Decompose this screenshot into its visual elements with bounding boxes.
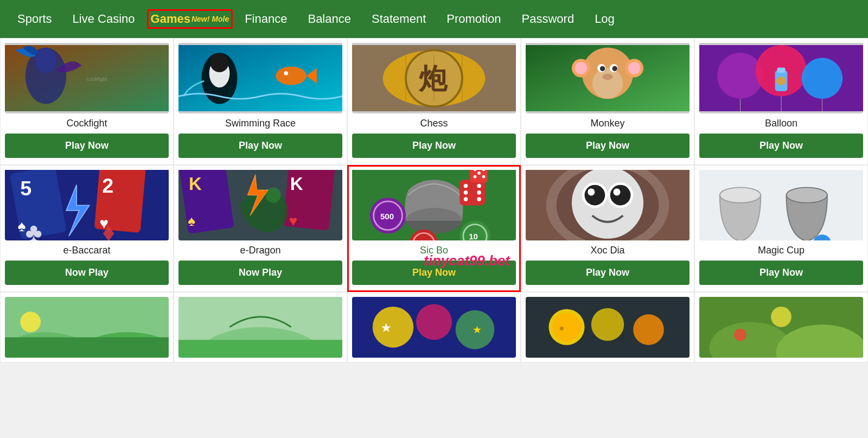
svg-point-90 xyxy=(588,188,595,195)
svg-point-62 xyxy=(477,183,481,188)
svg-point-8 xyxy=(276,66,307,85)
svg-text:2: 2 xyxy=(102,174,113,196)
edragon-play-btn[interactable]: Now Play xyxy=(178,261,342,285)
svg-text:50: 50 xyxy=(418,240,426,240)
svg-point-20 xyxy=(592,68,623,99)
main-content: tinycat99.bet cockfight Cockfight xyxy=(0,38,868,363)
game-card-chess: 炮 Chess Play Now xyxy=(347,38,521,165)
svg-text:★: ★ xyxy=(473,324,482,335)
nav-games-badge: New! Mole xyxy=(192,15,229,23)
svg-point-114 xyxy=(552,313,581,342)
game-card-swimming: Swimming Race Play Now xyxy=(174,38,347,165)
bottom-game-1 xyxy=(0,292,174,363)
top-partial-row: cockfight Cockfight Play Now xyxy=(0,38,868,165)
svg-point-65 xyxy=(464,197,468,201)
svg-point-91 xyxy=(613,188,620,195)
svg-point-89 xyxy=(610,185,631,205)
cockfight-name: Cockfight xyxy=(66,118,107,129)
row2: 5 ♠ 2 ♥ ♣ ♦ e-Baccarat Now Play xyxy=(0,165,868,292)
svg-text:10: 10 xyxy=(469,231,478,240)
swimming-name: Swimming Race xyxy=(225,118,296,129)
cockfight-image: cockfight xyxy=(5,43,169,113)
game-card-edragon: K ♠ K ♥ e-Dragon Now Play xyxy=(174,165,347,292)
svg-point-28 xyxy=(612,66,617,71)
svg-point-10 xyxy=(284,71,288,75)
nav-statement[interactable]: Statement xyxy=(363,8,435,30)
svg-rect-105 xyxy=(178,340,342,358)
svg-point-59 xyxy=(406,208,462,233)
nav-log[interactable]: Log xyxy=(586,8,623,30)
svg-point-88 xyxy=(585,185,605,205)
svg-point-2 xyxy=(36,47,56,73)
chess-play-btn[interactable]: Play Now xyxy=(352,134,516,158)
ebaccarat-name: e-Baccarat xyxy=(63,245,110,256)
svg-text:5: 5 xyxy=(20,176,31,199)
svg-text:★: ★ xyxy=(380,321,392,335)
xocdia-image xyxy=(526,170,690,240)
svg-text:cockfight: cockfight xyxy=(87,76,107,82)
nav-promotion[interactable]: Promotion xyxy=(438,8,509,30)
game-card-monkey: Monkey Play Now xyxy=(521,38,694,165)
svg-point-36 xyxy=(776,77,787,85)
bottom-game-1-image xyxy=(5,297,169,358)
svg-point-61 xyxy=(464,183,468,188)
nav-sports[interactable]: Sports xyxy=(9,8,61,30)
svg-point-108 xyxy=(416,304,452,340)
xocdia-play-btn[interactable]: Play Now xyxy=(526,261,690,285)
game-card-sicbo: 500 10 50 Sic Bo Play Now xyxy=(347,165,521,292)
magiccup-image xyxy=(699,170,863,240)
bottom-partial-row: ★ ★ ● xyxy=(0,292,868,363)
swimming-play-btn[interactable]: Play Now xyxy=(178,134,342,158)
sicbo-play-btn[interactable]: Play Now xyxy=(352,261,516,285)
svg-text:炮: 炮 xyxy=(418,64,448,94)
monkey-name: Monkey xyxy=(590,118,624,129)
ebaccarat-play-btn[interactable]: Now Play xyxy=(5,261,169,285)
svg-point-29 xyxy=(603,74,613,80)
bottom-game-5 xyxy=(694,292,868,363)
svg-point-66 xyxy=(477,197,481,201)
ebaccarat-image: 5 ♠ 2 ♥ ♣ ♦ xyxy=(5,170,169,240)
svg-point-107 xyxy=(373,307,414,348)
game-card-xocdia: Xoc Dia Play Now xyxy=(521,165,694,292)
xocdia-name: Xoc Dia xyxy=(590,245,624,256)
swimming-image xyxy=(178,43,342,113)
game-card-ebaccarat: 5 ♠ 2 ♥ ♣ ♦ e-Baccarat Now Play xyxy=(0,165,174,292)
nav-games-wrapper[interactable]: Games New! Mole xyxy=(147,9,233,29)
svg-text:♦: ♦ xyxy=(102,218,115,240)
svg-text:K: K xyxy=(290,174,303,194)
svg-point-70 xyxy=(477,172,481,175)
svg-point-85 xyxy=(572,170,643,238)
bottom-game-4-image: ● xyxy=(526,297,690,358)
monkey-play-btn[interactable]: Play Now xyxy=(526,134,690,158)
nav-finance[interactable]: Finance xyxy=(236,8,296,30)
svg-point-63 xyxy=(464,191,468,195)
svg-point-22 xyxy=(575,62,588,74)
nav-balance[interactable]: Balance xyxy=(299,8,360,30)
bottom-game-2 xyxy=(174,292,347,363)
chess-image: 炮 xyxy=(352,43,516,113)
svg-rect-101 xyxy=(5,338,169,358)
svg-text:●: ● xyxy=(559,323,564,334)
nav-live-casino[interactable]: Live Casino xyxy=(64,8,144,30)
nav-games-label[interactable]: Games xyxy=(151,12,190,26)
svg-point-116 xyxy=(633,314,664,345)
bottom-game-3: ★ ★ xyxy=(347,292,521,363)
balloon-image xyxy=(699,43,863,113)
svg-text:♣: ♣ xyxy=(25,218,42,240)
svg-point-27 xyxy=(600,66,605,71)
cockfight-play-btn[interactable]: Play Now xyxy=(5,134,169,158)
svg-point-94 xyxy=(786,187,827,202)
nav-password[interactable]: Password xyxy=(513,8,583,30)
balloon-name: Balloon xyxy=(765,118,797,129)
svg-point-71 xyxy=(474,175,477,178)
svg-point-64 xyxy=(477,191,481,195)
chess-name: Chess xyxy=(420,118,448,129)
svg-point-102 xyxy=(20,312,41,333)
balloon-play-btn[interactable]: Play Now xyxy=(699,134,863,158)
svg-text:500: 500 xyxy=(380,211,394,220)
svg-point-93 xyxy=(720,187,761,202)
bottom-game-2-image xyxy=(178,297,342,358)
game-card-cockfight: cockfight Cockfight Play Now xyxy=(0,38,174,165)
bottom-game-3-image: ★ ★ xyxy=(352,297,516,358)
magiccup-play-btn[interactable]: Play Now xyxy=(699,261,863,285)
